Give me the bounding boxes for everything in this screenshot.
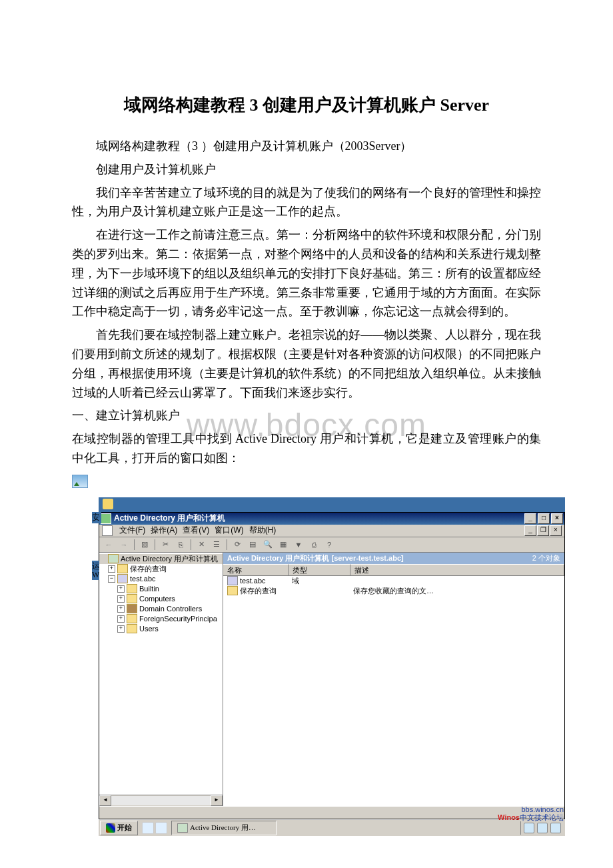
tree-saved-queries[interactable]: + 保存的查询 bbox=[99, 564, 223, 574]
task-label: Active Directory 用… bbox=[190, 823, 256, 833]
bbs-line2b: 中文技术论坛 bbox=[520, 813, 564, 821]
refresh-button[interactable]: ⟳ bbox=[231, 538, 244, 551]
row-name: test.abc bbox=[240, 577, 266, 585]
properties-button[interactable]: ☰ bbox=[210, 538, 223, 551]
taskbar: 开始 Active Directory 用… bbox=[99, 819, 565, 836]
quicklaunch-icon[interactable] bbox=[155, 822, 167, 834]
list-pane: Active Directory 用户和计算机 [server-test.tes… bbox=[223, 553, 564, 806]
list-header-title: Active Directory 用户和计算机 [server-test.tes… bbox=[227, 553, 404, 563]
tree-builtin[interactable]: + Builtin bbox=[99, 584, 223, 594]
paragraph-1: 域网络构建教程（3 ）创建用户及计算机账户（2003Server） bbox=[72, 137, 541, 156]
window-title: Active Directory 用户和计算机 bbox=[114, 513, 225, 524]
tree-domain-label: test.abc bbox=[130, 575, 156, 583]
tree-root-label: Active Directory 用户和计算机 bbox=[121, 554, 218, 564]
embedded-screenshot: 安 运 Wi Active Directory 用户和计算机 _ □ × bbox=[99, 497, 565, 836]
maximize-button[interactable]: □ bbox=[538, 513, 550, 524]
filter-button[interactable]: ▤ bbox=[246, 538, 259, 551]
tree-pane: Active Directory 用户和计算机 + 保存的查询 − test.a… bbox=[99, 553, 223, 806]
minimize-button[interactable]: _ bbox=[524, 513, 536, 524]
column-name[interactable]: 名称 bbox=[223, 564, 289, 575]
tree-users-label: Users bbox=[139, 625, 159, 633]
window-titlebar: Active Directory 用户和计算机 _ □ × bbox=[99, 513, 564, 525]
tree-dc[interactable]: + Domain Controllers bbox=[99, 604, 223, 614]
add-button[interactable]: ▦ bbox=[277, 538, 290, 551]
list-header-count: 2 个对象 bbox=[532, 553, 560, 563]
copy-button[interactable]: ⎘ bbox=[174, 538, 187, 551]
tray-icon[interactable] bbox=[550, 823, 561, 833]
task-app-icon bbox=[177, 823, 188, 833]
toolbar: ← → ▧ ✂ ⎘ ✕ ☰ ⟳ ▤ 🔍 ▦ ▼ ⎙ bbox=[99, 537, 564, 553]
tray-icon[interactable] bbox=[524, 823, 534, 833]
paragraph-4: 在进行这一工作之前请注意三点。第一：分析网络中的软件环境和权限分配，分门别类的罗… bbox=[72, 225, 541, 321]
row-type: 域 bbox=[288, 576, 349, 586]
page-title: 域网络构建教程 3 创建用户及计算机账户 Server bbox=[72, 93, 541, 117]
up-button[interactable]: ▧ bbox=[138, 538, 151, 551]
row-desc: 保存您收藏的查询的文… bbox=[349, 586, 564, 596]
system-tray bbox=[520, 821, 564, 835]
cut-button[interactable]: ✂ bbox=[159, 538, 172, 551]
scroll-right-button[interactable]: ► bbox=[211, 795, 223, 806]
menu-file[interactable]: 文件(F) bbox=[119, 525, 145, 536]
menubar: 文件(F) 操作(A) 查看(V) 窗口(W) 帮助(H) _ ❐ × bbox=[99, 525, 564, 537]
column-type[interactable]: 类型 bbox=[289, 564, 350, 575]
tray-icon[interactable] bbox=[537, 823, 548, 833]
tree-domain[interactable]: − test.abc bbox=[99, 574, 223, 584]
windows-flag-icon bbox=[106, 823, 115, 833]
mdi-close-button[interactable]: × bbox=[550, 525, 562, 536]
app-icon bbox=[101, 513, 111, 524]
paragraph-5: 首先我们要在域控制器上建立账户。老祖宗说的好——物以类聚、人以群分，现在我们要用… bbox=[72, 325, 541, 402]
close-button[interactable]: × bbox=[551, 513, 563, 524]
paragraph-2: 创建用户及计算机账户 bbox=[72, 160, 541, 179]
bbs-watermark: bbs.winos.cn Winos中文技术论坛 bbox=[498, 805, 564, 821]
paragraph-3: 我们辛辛苦苦建立了域环境的目的就是为了使我们的网络有一个良好的管理性和操控性，为… bbox=[72, 183, 541, 222]
tree-computers-label: Computers bbox=[139, 595, 175, 603]
list-header: Active Directory 用户和计算机 [server-test.tes… bbox=[223, 553, 564, 564]
start-button[interactable]: 开始 bbox=[100, 821, 138, 835]
side-label-a: 安 bbox=[92, 512, 101, 523]
statusbar bbox=[99, 806, 564, 819]
column-headers: 名称 类型 描述 bbox=[223, 564, 564, 576]
quicklaunch-icon[interactable] bbox=[142, 822, 154, 834]
column-desc[interactable]: 描述 bbox=[350, 564, 564, 575]
mdi-icon bbox=[102, 525, 113, 536]
scroll-left-button[interactable]: ◄ bbox=[99, 795, 111, 806]
find-button[interactable]: 🔍 bbox=[261, 538, 275, 551]
tree-builtin-label: Builtin bbox=[139, 585, 159, 593]
desktop-strip bbox=[99, 497, 565, 512]
menu-window[interactable]: 窗口(W) bbox=[215, 525, 243, 536]
row-name: 保存的查询 bbox=[240, 586, 277, 596]
list-row[interactable]: 保存的查询 保存您收藏的查询的文… bbox=[223, 586, 564, 596]
ad-window: Active Directory 用户和计算机 _ □ × 文件(F) 操作(A… bbox=[99, 512, 565, 819]
image-placeholder-icon bbox=[72, 475, 88, 488]
tree-scrollbar[interactable]: ◄ ► bbox=[99, 795, 223, 806]
mdi-minimize-button[interactable]: _ bbox=[524, 525, 536, 536]
tree-fsp-label: ForeignSecurityPrincipa bbox=[139, 615, 217, 623]
bbs-line2a: Winos bbox=[498, 813, 520, 821]
tree-saved-queries-label: 保存的查询 bbox=[130, 564, 167, 574]
list-row[interactable]: test.abc 域 bbox=[223, 576, 564, 586]
section-heading-1: 一、建立计算机账户 bbox=[72, 406, 541, 425]
taskbar-task[interactable]: Active Directory 用… bbox=[171, 821, 277, 835]
desktop-icon bbox=[103, 499, 113, 509]
delete-button[interactable]: ✕ bbox=[195, 538, 208, 551]
start-label: 开始 bbox=[117, 823, 132, 833]
menu-help[interactable]: 帮助(H) bbox=[249, 525, 277, 536]
print-button[interactable]: ⎙ bbox=[307, 538, 320, 551]
bbs-line1: bbs.winos.cn bbox=[498, 805, 564, 813]
tree-fsp[interactable]: + ForeignSecurityPrincipa bbox=[99, 614, 223, 624]
paragraph-7: 在域控制器的管理工具中找到 Active Directory 用户和计算机，它是… bbox=[72, 429, 541, 468]
funnel-button[interactable]: ▼ bbox=[292, 538, 305, 551]
help-button[interactable]: ? bbox=[322, 538, 336, 551]
tree-dc-label: Domain Controllers bbox=[139, 605, 202, 613]
tree-computers[interactable]: + Computers bbox=[99, 594, 223, 604]
folder-icon bbox=[227, 586, 238, 595]
menu-view[interactable]: 查看(V) bbox=[183, 525, 209, 536]
tree-users[interactable]: + Users bbox=[99, 624, 223, 634]
menu-action[interactable]: 操作(A) bbox=[151, 525, 177, 536]
mdi-restore-button[interactable]: ❐ bbox=[537, 525, 549, 536]
domain-icon bbox=[227, 576, 238, 585]
tree-root[interactable]: Active Directory 用户和计算机 bbox=[99, 554, 223, 564]
back-button[interactable]: ← bbox=[102, 538, 115, 551]
forward-button[interactable]: → bbox=[117, 538, 131, 551]
